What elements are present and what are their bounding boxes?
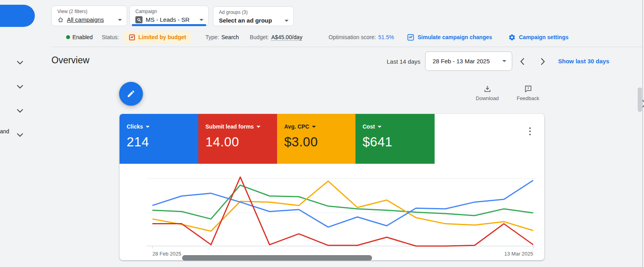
edit-button[interactable] bbox=[119, 82, 143, 106]
chart-xlabel-right: 13 Mar 2025 bbox=[504, 251, 533, 257]
metric-label: Avg. CPC bbox=[284, 123, 309, 130]
simulate-chart-icon bbox=[407, 34, 414, 41]
campaign-dropdown-label: Campaign bbox=[135, 8, 203, 15]
next-period-button[interactable] bbox=[539, 57, 547, 66]
metric-card-cost[interactable]: Cost $641 bbox=[355, 114, 435, 164]
chevron-down-icon bbox=[256, 126, 260, 128]
metric-value: $3.00 bbox=[284, 134, 355, 150]
download-label: Download bbox=[476, 95, 499, 101]
chevron-down-icon bbox=[146, 126, 150, 128]
google-ads-overview-screen: and View (2 filters) All campaigns Campa… bbox=[0, 0, 644, 267]
overview-chart-card: Clicks 214 Submit lead forms 14.00 Avg. … bbox=[120, 114, 544, 260]
optimisation-score-value[interactable]: 51.5% bbox=[378, 34, 394, 40]
budget-value[interactable]: A$45.00/day bbox=[271, 34, 302, 41]
budget-chart-icon bbox=[129, 34, 135, 41]
feedback-icon bbox=[524, 85, 532, 93]
chevron-down-icon bbox=[118, 19, 122, 21]
limited-by-budget-chip[interactable]: Limited by budget bbox=[124, 31, 191, 44]
card-overflow-menu-button[interactable] bbox=[528, 126, 532, 137]
chevron-down-icon bbox=[312, 126, 316, 128]
chevron-down-icon bbox=[378, 126, 382, 128]
type-label: Type: bbox=[205, 34, 219, 40]
campaign-settings-button[interactable]: Campaign settings bbox=[508, 31, 568, 44]
date-range-value: 28 Feb - 13 Mar 2025 bbox=[433, 58, 490, 64]
simulate-campaign-changes-label: Simulate campaign changes bbox=[418, 34, 492, 40]
clipped-primary-button[interactable] bbox=[0, 5, 35, 27]
metric-card-submit-lead-forms[interactable]: Submit lead forms 14.00 bbox=[198, 114, 277, 164]
metric-card-clicks[interactable]: Clicks 214 bbox=[120, 114, 198, 164]
adgroups-dropdown[interactable]: Ad groups (3) Select an ad group bbox=[213, 6, 294, 26]
date-range-label: Last 14 days bbox=[387, 58, 420, 65]
clipped-sidebar-text: and bbox=[0, 128, 9, 134]
chevron-down-icon[interactable] bbox=[17, 85, 23, 89]
metric-value: 14.00 bbox=[205, 134, 277, 150]
chevron-down-icon bbox=[199, 19, 203, 21]
right-panel-border bbox=[642, 0, 643, 267]
search-campaign-icon bbox=[135, 16, 142, 23]
metric-card-avg-cpc[interactable]: Avg. CPC $3.00 bbox=[277, 114, 355, 164]
status-label: Status: bbox=[102, 34, 119, 40]
campaign-state: Enabled bbox=[66, 31, 93, 44]
chevron-down-icon bbox=[502, 60, 506, 62]
page-title: Overview bbox=[51, 55, 89, 66]
type-value: Search bbox=[221, 34, 239, 40]
chart-xlabel-left: 28 Feb 2025 bbox=[152, 251, 181, 257]
previous-period-button[interactable] bbox=[518, 57, 526, 66]
date-range-picker[interactable]: 28 Feb - 13 Mar 2025 bbox=[425, 51, 512, 71]
optimisation-score-label: Optimisation score: bbox=[329, 34, 376, 40]
campaign-dropdown-value: MS - Leads - SR bbox=[146, 15, 190, 25]
simulate-campaign-changes-button[interactable]: Simulate campaign changes bbox=[407, 31, 492, 44]
metric-label: Cost bbox=[363, 123, 375, 130]
show-last-30-days-link[interactable]: Show last 30 days bbox=[558, 58, 609, 64]
chevron-down-icon bbox=[285, 20, 289, 22]
header-divider bbox=[51, 47, 642, 47]
status-badge: Limited by budget bbox=[139, 34, 186, 40]
metric-cards-row: Clicks 214 Submit lead forms 14.00 Avg. … bbox=[120, 114, 544, 164]
view-filter-value: All campaigns bbox=[67, 15, 104, 25]
download-button[interactable]: Download bbox=[473, 85, 502, 101]
campaign-settings-label: Campaign settings bbox=[519, 34, 568, 40]
chart-line-avg-cpc bbox=[152, 181, 533, 231]
chevron-down-icon[interactable] bbox=[17, 133, 23, 137]
home-icon bbox=[57, 17, 64, 23]
gear-icon bbox=[508, 34, 516, 41]
download-icon bbox=[483, 85, 492, 93]
horizontal-scrollbar-thumb[interactable] bbox=[182, 255, 372, 261]
budget-group: Budget: A$45.00/day bbox=[250, 31, 302, 44]
campaign-dropdown[interactable]: Campaign MS - Leads - SR bbox=[129, 6, 209, 26]
metric-label: Clicks bbox=[127, 123, 143, 130]
overview-chart: 28 Feb 2025 13 Mar 2025 bbox=[120, 166, 544, 260]
chart-line-submit-lead-forms bbox=[152, 177, 533, 246]
feedback-label: Feedback bbox=[517, 95, 539, 101]
chevron-down-icon[interactable] bbox=[17, 61, 23, 65]
metric-label: Submit lead forms bbox=[205, 123, 254, 130]
budget-label: Budget: bbox=[250, 34, 269, 40]
type-group: Type: Search bbox=[205, 31, 239, 44]
feedback-button[interactable]: Feedback bbox=[513, 85, 543, 101]
chevron-down-icon[interactable] bbox=[17, 109, 23, 113]
pencil-icon bbox=[127, 89, 135, 98]
campaign-selected-indicator bbox=[132, 24, 206, 26]
adgroups-dropdown-label: Ad groups (3) bbox=[219, 9, 289, 16]
view-filter-dropdown[interactable]: View (2 filters) All campaigns bbox=[51, 6, 127, 26]
metric-value: 214 bbox=[127, 134, 198, 150]
metric-value: $641 bbox=[363, 134, 435, 150]
enabled-dot-icon bbox=[66, 35, 70, 39]
clipped-expand-chevron-icon[interactable] bbox=[641, 99, 644, 108]
optimisation-score-group: Optimisation score: 51.5% bbox=[329, 31, 394, 44]
campaign-state-text: Enabled bbox=[72, 34, 93, 40]
status-group: Status: Limited by budget bbox=[102, 31, 191, 44]
adgroups-dropdown-value: Select an ad group bbox=[219, 16, 272, 25]
chart-line-clicks bbox=[152, 180, 533, 227]
view-filter-label: View (2 filters) bbox=[57, 8, 122, 15]
